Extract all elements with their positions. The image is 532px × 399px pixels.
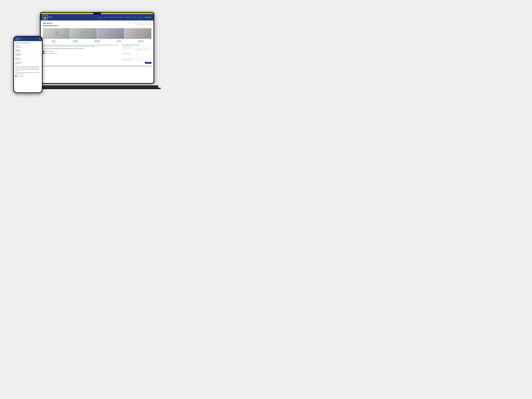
mobile-item-aircon-title: Air Con (15, 57, 41, 59)
cat-accessories: Accessories Find Out More (130, 40, 151, 42)
sectors-link[interactable]: sectors (60, 46, 63, 47)
mobile-phone-icon: 📞 (15, 76, 17, 77)
mobile-industrial-link[interactable]: industrial (33, 69, 36, 70)
phone-number: +44(0)1258 480802 (45, 51, 53, 52)
cat-heating-link[interactable]: Find Out More (65, 42, 86, 42)
form-title: Have a Question or need a Quote? (122, 44, 151, 46)
phone-item: 📞 +44(0)1258 480802 (43, 51, 120, 52)
mobile-item-ventilation: Ventilation Find Out More (14, 53, 42, 57)
cat-ventilation-title: Ventilation (86, 40, 108, 41)
form-phone-input[interactable] (122, 59, 151, 61)
cat-accessories-link[interactable]: Find Out More (130, 42, 151, 42)
hamburger-menu[interactable] (39, 38, 41, 39)
cat-ventilation: Ventilation Find Out More (86, 40, 108, 42)
laptop-base-bottom (33, 88, 161, 89)
logo-sub: ELECTRONICS (48, 17, 53, 18)
form-name-input[interactable] (122, 46, 151, 48)
hero-section: Welcome toSarum Electronics 35 years of … (41, 20, 153, 28)
svg-rect-8 (136, 32, 137, 35)
nav-sep-7: | (144, 17, 144, 18)
nav-parts[interactable]: PARTS (133, 17, 136, 18)
hero-image-3 (97, 28, 124, 39)
cat-heating: Heating Find Out More (65, 40, 86, 42)
email-link[interactable]: info@sarumelectronics.co.uk (45, 53, 57, 54)
cat-aircon-link[interactable]: Find Out More (108, 42, 130, 42)
form-row-3 (122, 59, 151, 61)
nav-sep-1: | (102, 17, 102, 18)
mobile-item-ventilation-title: Ventilation (15, 53, 41, 55)
logo-box (43, 15, 48, 20)
public-link[interactable]: public (86, 46, 89, 47)
nav-home[interactable]: HOME (98, 17, 101, 18)
svg-rect-4 (83, 32, 85, 34)
content-area: Sarum Electronics manufactures building … (43, 44, 120, 64)
industrial-link[interactable]: industrial (82, 46, 86, 47)
svg-rect-1 (55, 34, 57, 36)
main-content: Sarum Electronics manufactures building … (41, 43, 153, 65)
nav-sep-6: | (137, 17, 137, 18)
mobile-item-sarum-link[interactable]: Find Out More (15, 47, 41, 48)
nav-sep-4: | (125, 17, 125, 18)
mobile-commercial-link[interactable]: commercial (29, 69, 32, 70)
nav-get-quote[interactable]: GET A QUOTE (145, 17, 151, 18)
mobile-screen: Sarum ELECTRONICS Welcome to Sarum Elect… (14, 37, 42, 92)
mobile-logo-text-area: Sarum ELECTRONICS (19, 38, 23, 40)
mobile-device: Sarum ELECTRONICS Welcome to Sarum Elect… (13, 36, 43, 93)
intro-text: Sarum Electronics manufactures building … (43, 44, 120, 47)
cat-heating-title: Heating (65, 40, 86, 41)
laptop-device: Sarum ELECTRONICS HOME | ABOUT US | SOLU… (40, 12, 154, 89)
mobile-item-sarum: Sarum Find Out More (14, 44, 42, 49)
mobile-public-link[interactable]: public (36, 69, 38, 70)
mobile-sectors-link[interactable]: sectors (15, 69, 18, 70)
nav-solutions[interactable]: SOLUTIONS (110, 17, 116, 18)
nav-links: HOME | ABOUT US | SOLUTIONS | PRODUCTS |… (98, 17, 151, 18)
cat-ventilation-link[interactable]: Find Out More (86, 42, 108, 42)
contact-form: Have a Question or need a Quote? Se (122, 44, 151, 64)
svg-rect-10 (139, 32, 140, 35)
cat-sarum-link[interactable]: Find Out More (43, 42, 64, 42)
laptop-screen: Sarum ELECTRONICS HOME | ABOUT US | SOLU… (41, 14, 153, 83)
mobile-phone: 📞 +44(0)1258 480802 (14, 75, 42, 77)
catering-link[interactable]: catering (73, 46, 76, 47)
mobile-logo: Sarum ELECTRONICS (15, 37, 23, 40)
mobile-residential-link[interactable]: residential (15, 70, 19, 71)
mobile-item-accessories-link[interactable]: Find Out More (15, 63, 41, 64)
mobile-item-heating-link[interactable]: Find Out More (15, 51, 41, 52)
logo-triangle-icon (44, 16, 47, 19)
mobile-item-aircon-link[interactable]: Find Out More (15, 59, 41, 60)
form-comments-input[interactable] (137, 49, 151, 58)
nav-sep-2: | (109, 17, 109, 18)
mobile-nav: Sarum ELECTRONICS (14, 37, 42, 41)
nav-contact[interactable]: CONTACT (138, 17, 143, 18)
mobile-item-accessories-title: Accessories (15, 62, 41, 63)
commercial-link[interactable]: commercial (77, 46, 81, 47)
laptop-body: Sarum ELECTRONICS HOME | ABOUT US | SOLU… (40, 12, 154, 84)
cat-aircon-title: Air Con (108, 40, 130, 41)
laptop-camera (93, 12, 101, 15)
svg-point-0 (55, 32, 57, 33)
mobile-guarantee: A comprehensive 12-month guarantee is in… (14, 72, 42, 75)
form-row-2 (122, 49, 151, 58)
hero-image-1 (43, 28, 70, 39)
hamburger-line-2 (39, 39, 41, 39)
hero-images (43, 28, 151, 39)
residential-link[interactable]: residential (91, 46, 95, 47)
nav-products[interactable]: PRODUCTS (118, 17, 123, 18)
mobile-item-ventilation-link[interactable]: Find Out More (15, 55, 41, 56)
email-item: ✉ info@sarumelectronics.co.uk (43, 52, 120, 54)
scene: Sarum ELECTRONICS HOME | ABOUT US | SOLU… (5, 4, 165, 124)
hamburger-line-3 (39, 39, 41, 39)
hero-image-2 (70, 28, 97, 39)
nav-support[interactable]: SUPPORT (126, 17, 130, 18)
mobile-hvac-link[interactable]: HVAC controllers (29, 67, 35, 68)
nav-sep-5: | (131, 17, 132, 18)
form-send-button[interactable]: Send (145, 62, 151, 64)
nav-about[interactable]: ABOUT US (103, 17, 108, 18)
hvac-link[interactable]: HVAC controllers (92, 44, 99, 45)
mobile-item-accessories: Accessories Find Out More (14, 61, 42, 65)
form-email-input[interactable] (122, 49, 136, 58)
cat-accessories-title: Accessories (130, 40, 151, 41)
mobile-catering-link[interactable]: catering (25, 69, 28, 70)
site-logo: Sarum ELECTRONICS (43, 15, 53, 20)
email-icon: ✉ (43, 52, 44, 54)
